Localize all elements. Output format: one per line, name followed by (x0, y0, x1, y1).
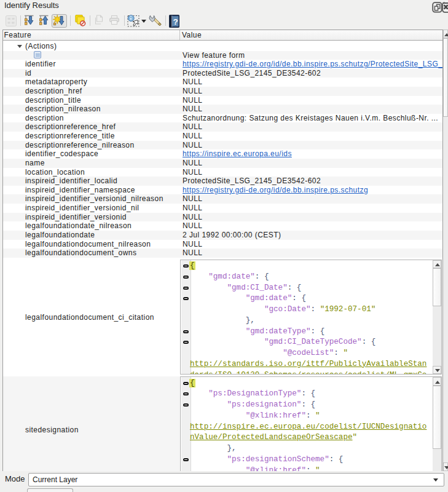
svg-text:?: ? (173, 17, 178, 26)
